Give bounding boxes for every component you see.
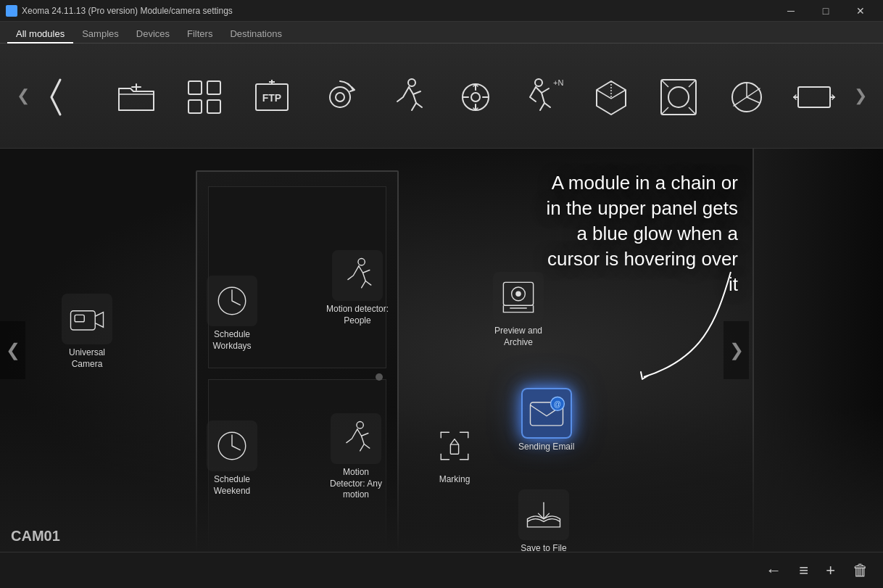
tab-samples[interactable]: Samples <box>73 25 128 44</box>
delete-button[interactable]: 🗑 <box>853 561 869 580</box>
motion-people-node[interactable]: Motion detector:People <box>326 250 389 326</box>
toolbar-folder[interactable] <box>107 56 167 136</box>
titlebar-left: X Xeoma 24.11.13 (Pro version) Module/ca… <box>6 5 233 17</box>
schedule-workdays-node[interactable]: ScheduleWorkdays <box>207 276 257 352</box>
svg-text:X: X <box>9 8 14 15</box>
back-button[interactable]: ← <box>766 561 782 580</box>
toolbar-ftp[interactable]: FTP <box>242 56 303 136</box>
minimize-button[interactable]: ─ <box>774 0 808 22</box>
main-nav-right[interactable]: ❯ <box>724 321 749 379</box>
sending-email-node[interactable]: @ Sending Email <box>518 388 574 453</box>
window-controls: ─ □ ✕ <box>774 0 877 22</box>
cam-label-overlay: CAM01 <box>11 528 60 544</box>
bottom-controls: ← ≡ + 🗑 <box>766 561 869 580</box>
close-button[interactable]: ✕ <box>844 0 877 22</box>
tab-all-modules[interactable]: All modules <box>7 25 73 44</box>
toolbar-grid[interactable] <box>174 56 235 136</box>
svg-text:+N: +N <box>553 78 563 87</box>
svg-point-26 <box>515 291 521 297</box>
toolbar-nav-right[interactable]: ❯ <box>852 74 869 117</box>
svg-point-9 <box>336 93 344 102</box>
schedule-weekend-node[interactable]: ScheduleWeekend <box>207 421 257 497</box>
svg-rect-5 <box>207 100 220 113</box>
main-nav-left[interactable]: ❮ <box>0 321 25 379</box>
module-toolbar: ❮ <box>0 44 883 149</box>
toolbar-pie[interactable] <box>716 56 777 136</box>
door-knob <box>376 373 383 381</box>
svg-rect-4 <box>188 100 202 113</box>
camera-node[interactable]: UniversalCamera <box>62 294 112 370</box>
tab-destinations[interactable]: Destinations <box>221 25 291 44</box>
titlebar: X Xeoma 24.11.13 (Pro version) Module/ca… <box>0 0 883 22</box>
svg-point-8 <box>330 87 350 107</box>
app-icon: X <box>6 5 17 17</box>
toolbar-person-run[interactable] <box>378 56 439 136</box>
marking-node[interactable]: Marking <box>429 421 480 486</box>
maximize-button[interactable]: □ <box>809 0 842 22</box>
save-to-file-node[interactable]: Save to File <box>518 489 569 552</box>
menu-button[interactable]: ≡ <box>799 561 808 580</box>
info-tooltip: A module in a chain or in the upper pane… <box>535 170 738 297</box>
add-button[interactable]: + <box>826 561 835 580</box>
svg-text:@: @ <box>553 400 560 408</box>
toolbar-bracket-left[interactable] <box>38 56 99 136</box>
svg-point-16 <box>668 87 689 107</box>
svg-point-23 <box>358 259 365 265</box>
svg-point-10 <box>408 79 415 86</box>
toolbar-joystick[interactable] <box>445 56 506 136</box>
svg-rect-29 <box>450 444 458 454</box>
nav-tabs: All modules Samples Devices Filters Dest… <box>0 22 883 44</box>
svg-point-12 <box>471 93 480 102</box>
main-area: ❮ ❯ UniversalCamera ScheduleWorkdays <box>0 149 883 552</box>
toolbar-person-add[interactable]: +N <box>513 56 574 136</box>
motion-any-node[interactable]: MotionDetector: Anymotion <box>330 413 382 501</box>
tab-devices[interactable]: Devices <box>128 25 178 44</box>
toolbar-box[interactable] <box>581 56 642 136</box>
svg-rect-18 <box>798 87 830 107</box>
svg-point-28 <box>357 422 363 428</box>
window-title: Xeoma 24.11.13 (Pro version) Module/came… <box>22 6 233 16</box>
toolbar-nav-left[interactable]: ❮ <box>14 74 31 117</box>
svg-rect-3 <box>207 81 220 94</box>
svg-text:FTP: FTP <box>262 92 281 104</box>
toolbar-globe-scan[interactable] <box>649 56 710 136</box>
svg-rect-21 <box>75 315 84 321</box>
bottom-bar: ← ≡ + 🗑 <box>0 552 883 588</box>
toolbar-motion-eye[interactable] <box>310 56 370 136</box>
toolbar-resize[interactable] <box>784 56 845 136</box>
tab-filters[interactable]: Filters <box>178 25 221 44</box>
svg-point-13 <box>535 79 542 86</box>
svg-rect-2 <box>188 81 202 94</box>
